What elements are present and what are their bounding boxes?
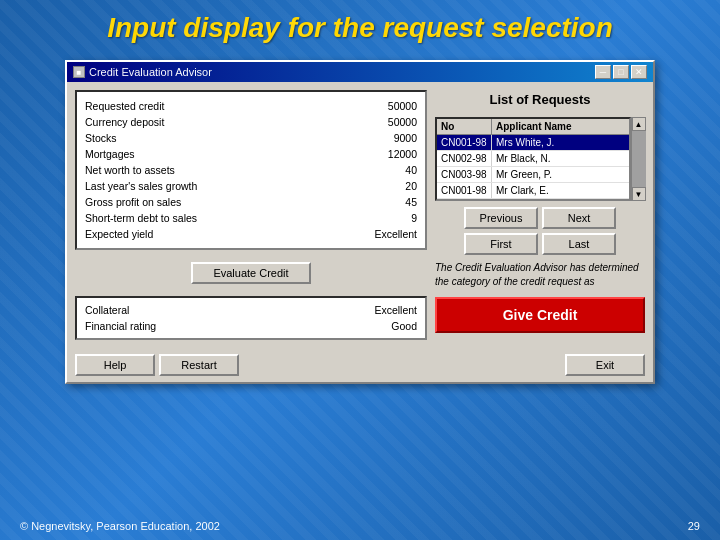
field-value: 9000 bbox=[394, 132, 417, 144]
give-credit-button[interactable]: Give Credit bbox=[435, 297, 645, 333]
page-title: Input display for the request selection bbox=[0, 0, 720, 52]
field-label: Requested credit bbox=[85, 100, 164, 112]
field-label: Mortgages bbox=[85, 148, 135, 160]
scroll-up-button[interactable]: ▲ bbox=[632, 117, 646, 131]
list-header-no: No bbox=[437, 119, 492, 134]
field-row: Mortgages12000 bbox=[85, 146, 417, 162]
list-cell-name: Mrs White, J. bbox=[492, 135, 629, 150]
exit-button[interactable]: Exit bbox=[565, 354, 645, 376]
maximize-button[interactable]: □ bbox=[613, 65, 629, 79]
field-value: 20 bbox=[405, 180, 417, 192]
left-panel: Requested credit50000Currency deposit500… bbox=[75, 90, 427, 250]
field-value: 12000 bbox=[388, 148, 417, 160]
scroll-track bbox=[632, 131, 646, 187]
list-row[interactable]: CN002-98Mr Black, N. bbox=[437, 151, 629, 167]
minimize-button[interactable]: ─ bbox=[595, 65, 611, 79]
list-cell-name: Mr Black, N. bbox=[492, 151, 629, 166]
list-cell-name: Mr Green, P. bbox=[492, 167, 629, 182]
result-section: CollateralExcellentFinancial ratingGood bbox=[75, 296, 427, 340]
field-value: 9 bbox=[411, 212, 417, 224]
field-row: Currency deposit50000 bbox=[85, 114, 417, 130]
next-button[interactable]: Next bbox=[542, 207, 616, 229]
restart-button[interactable]: Restart bbox=[159, 354, 239, 376]
result-field-value: Good bbox=[391, 320, 417, 332]
list-cell-no: CN001-98 bbox=[437, 135, 492, 150]
titlebar-controls: ─ □ ✕ bbox=[595, 65, 647, 79]
window-icon: ■ bbox=[73, 66, 85, 78]
bottom-bar: Help Restart Exit bbox=[67, 348, 653, 382]
footer-right: 29 bbox=[688, 520, 700, 532]
result-field-row: Financial ratingGood bbox=[85, 318, 417, 334]
right-panel: List of Requests No Applicant Name CN001… bbox=[435, 90, 645, 340]
list-row[interactable]: CN001-98Mrs White, J. bbox=[437, 135, 629, 151]
help-button[interactable]: Help bbox=[75, 354, 155, 376]
first-button[interactable]: First bbox=[464, 233, 538, 255]
list-title: List of Requests bbox=[435, 90, 645, 111]
description-text: The Credit Evaluation Advisor has determ… bbox=[435, 261, 645, 289]
scroll-down-button[interactable]: ▼ bbox=[632, 187, 646, 201]
field-row: Requested credit50000 bbox=[85, 98, 417, 114]
result-field-label: Financial rating bbox=[85, 320, 156, 332]
field-label: Net worth to assets bbox=[85, 164, 175, 176]
list-header-name: Applicant Name bbox=[492, 119, 629, 134]
result-field-value: Excellent bbox=[374, 304, 417, 316]
field-label: Gross profit on sales bbox=[85, 196, 181, 208]
field-value: Excellent bbox=[374, 228, 417, 240]
field-value: 50000 bbox=[388, 100, 417, 112]
field-label: Currency deposit bbox=[85, 116, 164, 128]
list-table: No Applicant Name CN001-98Mrs White, J.C… bbox=[435, 117, 631, 201]
list-row[interactable]: CN003-98Mr Green, P. bbox=[437, 167, 629, 183]
list-header: No Applicant Name bbox=[437, 119, 629, 135]
field-row: Gross profit on sales45 bbox=[85, 194, 417, 210]
field-label: Stocks bbox=[85, 132, 117, 144]
last-button[interactable]: Last bbox=[542, 233, 616, 255]
list-cell-name: Mr Clark, E. bbox=[492, 183, 629, 198]
footer: © Negnevitsky, Pearson Education, 2002 2… bbox=[0, 520, 720, 532]
list-cell-no: CN003-98 bbox=[437, 167, 492, 182]
list-row[interactable]: CN001-98Mr Clark, E. bbox=[437, 183, 629, 199]
window-title: Credit Evaluation Advisor bbox=[89, 66, 212, 78]
field-row: Expected yieldExcellent bbox=[85, 226, 417, 242]
window-titlebar: ■ Credit Evaluation Advisor ─ □ ✕ bbox=[67, 62, 653, 82]
field-value: 50000 bbox=[388, 116, 417, 128]
list-cell-no: CN001-98 bbox=[437, 183, 492, 198]
field-row: Last year's sales growth20 bbox=[85, 178, 417, 194]
window-content: Requested credit50000Currency deposit500… bbox=[67, 82, 653, 348]
list-wrapper: No Applicant Name CN001-98Mrs White, J.C… bbox=[435, 117, 645, 201]
footer-left: © Negnevitsky, Pearson Education, 2002 bbox=[20, 520, 220, 532]
list-cell-no: CN002-98 bbox=[437, 151, 492, 166]
previous-button[interactable]: Previous bbox=[464, 207, 538, 229]
field-label: Short-term debt to sales bbox=[85, 212, 197, 224]
field-row: Net worth to assets40 bbox=[85, 162, 417, 178]
field-label: Last year's sales growth bbox=[85, 180, 197, 192]
field-row: Short-term debt to sales9 bbox=[85, 210, 417, 226]
field-label: Expected yield bbox=[85, 228, 153, 240]
evaluate-btn-row: Evaluate Credit bbox=[75, 262, 427, 284]
main-window: ■ Credit Evaluation Advisor ─ □ ✕ Reques… bbox=[65, 60, 655, 384]
field-row: Stocks9000 bbox=[85, 130, 417, 146]
result-field-row: CollateralExcellent bbox=[85, 302, 417, 318]
close-button[interactable]: ✕ bbox=[631, 65, 647, 79]
list-scrollbar: ▲ ▼ bbox=[631, 117, 645, 201]
result-field-label: Collateral bbox=[85, 304, 129, 316]
field-value: 40 bbox=[405, 164, 417, 176]
nav-buttons: Previous Next First Last bbox=[435, 207, 645, 255]
field-value: 45 bbox=[405, 196, 417, 208]
evaluate-credit-button[interactable]: Evaluate Credit bbox=[191, 262, 311, 284]
